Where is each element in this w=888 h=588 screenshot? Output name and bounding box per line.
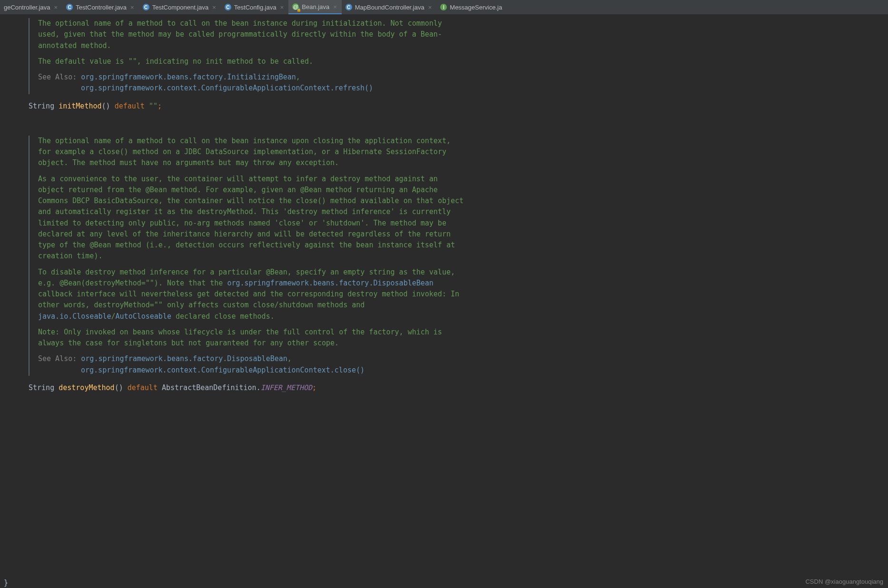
doc-see-also: org.springframework.context.Configurable… (81, 83, 466, 94)
doc-see-also: org.springframework.context.Configurable… (81, 365, 466, 376)
doc-paragraph: The optional name of a method to call on… (38, 18, 466, 51)
doc-paragraph: The default value is "", indicating no i… (38, 56, 466, 67)
doc-link[interactable]: java.io.Closeable (38, 312, 111, 321)
close-icon[interactable]: × (332, 3, 338, 10)
tab-gecontroller[interactable]: geController.java × (0, 0, 62, 14)
close-icon[interactable]: × (129, 4, 135, 11)
close-icon[interactable]: × (53, 4, 59, 11)
doc-paragraph: The optional name of a method to call on… (38, 136, 466, 169)
tab-messageservice[interactable]: I MessageService.ja (436, 0, 506, 14)
doc-link[interactable]: org.springframework.context.Configurable… (81, 366, 365, 374)
tab-label: TestController.java (76, 4, 127, 11)
tab-bean[interactable]: @🔒 Bean.java × (288, 0, 341, 14)
annotation-icon: @🔒 (292, 3, 299, 10)
class-icon: C (66, 4, 73, 10)
doc-paragraph: Note: Only invoked on beans whose lifecy… (38, 327, 466, 349)
javadoc-destroymethod: The optional name of a method to call on… (29, 136, 466, 376)
tab-label: TestComponent.java (152, 4, 209, 11)
tab-label: TestConfig.java (234, 4, 276, 11)
doc-see-also: See Also: org.springframework.beans.fact… (38, 72, 466, 83)
tab-mapboundcontroller[interactable]: C MapBoundController.java × (342, 0, 437, 14)
doc-link[interactable]: org.springframework.beans.factory.Initia… (81, 73, 296, 81)
close-icon[interactable]: × (427, 4, 433, 11)
class-icon: C (345, 4, 352, 10)
tab-label: MessageService.ja (450, 4, 502, 11)
code-line-initmethod: String initMethod() default ""; (29, 101, 888, 112)
interface-icon: I (440, 4, 447, 10)
editor-tab-bar: geController.java × C TestController.jav… (0, 0, 888, 14)
close-icon[interactable]: × (211, 4, 217, 11)
closing-brace: } (4, 578, 8, 587)
class-icon: C (143, 4, 149, 10)
doc-paragraph: To disable destroy method inference for … (38, 267, 466, 322)
tab-label: MapBoundController.java (355, 4, 424, 11)
close-icon[interactable]: × (279, 4, 285, 11)
code-line-destroymethod: String destroyMethod() default AbstractB… (29, 382, 888, 393)
code-editor[interactable]: The optional name of a method to call on… (0, 14, 888, 393)
doc-link[interactable]: org.springframework.beans.factory.Dispos… (81, 354, 287, 363)
tab-testcomponent[interactable]: C TestComponent.java × (139, 0, 221, 14)
javadoc-initmethod: The optional name of a method to call on… (29, 18, 466, 94)
tab-testconfig[interactable]: C TestConfig.java × (221, 0, 288, 14)
doc-link[interactable]: org.springframework.beans.factory.Dispos… (227, 279, 433, 287)
tab-testcontroller[interactable]: C TestController.java × (62, 0, 139, 14)
doc-see-also: See Also: org.springframework.beans.fact… (38, 353, 466, 364)
doc-link[interactable]: AutoCloseable (116, 312, 171, 321)
watermark-text: CSDN @xiaoguangtouqiang (805, 578, 883, 585)
doc-paragraph: As a convenience to the user, the contai… (38, 174, 466, 262)
tab-label: geController.java (4, 4, 50, 11)
tab-label: Bean.java (302, 3, 329, 10)
class-icon: C (225, 4, 231, 10)
doc-link[interactable]: org.springframework.context.Configurable… (81, 84, 373, 92)
lock-icon: 🔒 (296, 8, 300, 11)
